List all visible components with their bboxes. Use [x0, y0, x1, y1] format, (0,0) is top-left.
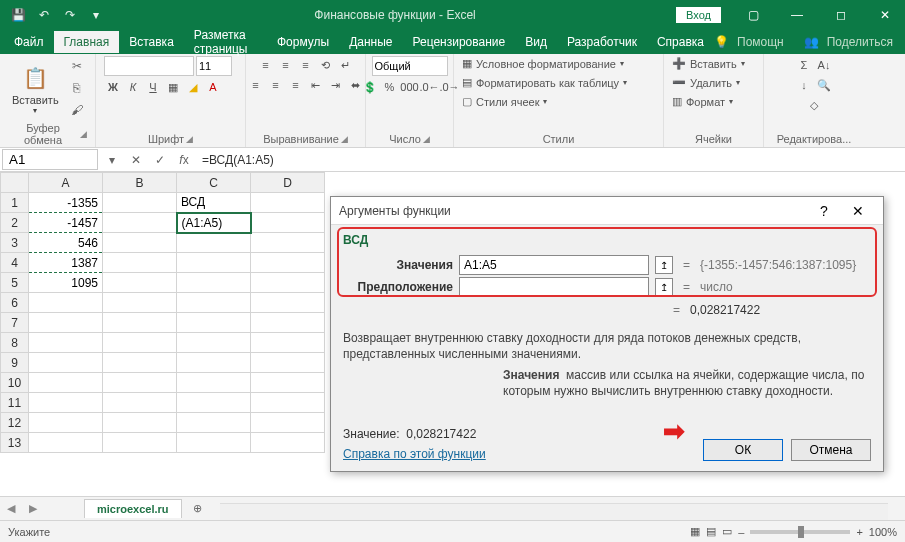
qat-dropdown-icon[interactable]: ▾ — [84, 3, 108, 27]
font-launcher-icon[interactable]: ◢ — [186, 134, 193, 144]
cell[interactable] — [251, 193, 325, 213]
arg2-input[interactable] — [459, 277, 649, 297]
zoom-level[interactable]: 100% — [869, 526, 897, 538]
font-color-button[interactable]: A — [204, 78, 222, 96]
accept-formula-icon[interactable]: ✓ — [148, 149, 172, 171]
cell[interactable] — [251, 413, 325, 433]
cell[interactable] — [177, 233, 251, 253]
cell[interactable] — [103, 253, 177, 273]
autosum-icon[interactable]: Σ — [795, 56, 813, 74]
col-header[interactable]: A — [29, 173, 103, 193]
cell[interactable] — [177, 433, 251, 453]
percent-icon[interactable]: % — [381, 78, 399, 96]
orientation-icon[interactable]: ⟲ — [317, 56, 335, 74]
indent-dec-icon[interactable]: ⇤ — [307, 76, 325, 94]
italic-button[interactable]: К — [124, 78, 142, 96]
minimize-icon[interactable]: — — [777, 0, 817, 30]
format-as-table-button[interactable]: ▤Форматировать как таблицу▾ — [462, 75, 627, 90]
col-header[interactable]: B — [103, 173, 177, 193]
paste-button[interactable]: 📋 Вставить ▾ — [8, 60, 63, 117]
cell[interactable] — [177, 373, 251, 393]
bold-button[interactable]: Ж — [104, 78, 122, 96]
login-button[interactable]: Вход — [676, 7, 721, 23]
align-center-icon[interactable]: ≡ — [267, 76, 285, 94]
align-bottom-icon[interactable]: ≡ — [297, 56, 315, 74]
align-launcher-icon[interactable]: ◢ — [341, 134, 348, 144]
delete-cells-button[interactable]: ➖Удалить▾ — [672, 75, 740, 90]
cell[interactable] — [177, 353, 251, 373]
cell[interactable]: 1095 — [29, 273, 103, 293]
namebox-dropdown-icon[interactable]: ▾ — [100, 149, 124, 171]
find-icon[interactable]: 🔍 — [815, 76, 833, 94]
col-header[interactable]: D — [251, 173, 325, 193]
row-header[interactable]: 13 — [1, 433, 29, 453]
cell[interactable] — [29, 293, 103, 313]
border-button[interactable]: ▦ — [164, 78, 182, 96]
cell[interactable] — [103, 333, 177, 353]
select-all-corner[interactable] — [1, 173, 29, 193]
tab-developer[interactable]: Разработчик — [557, 31, 647, 53]
fx-icon[interactable]: fx — [172, 149, 196, 171]
row-header[interactable]: 10 — [1, 373, 29, 393]
function-help-link[interactable]: Справка по этой функции — [343, 447, 486, 461]
cell[interactable] — [251, 393, 325, 413]
row-header[interactable]: 8 — [1, 333, 29, 353]
row-header[interactable]: 2 — [1, 213, 29, 233]
cell[interactable] — [103, 393, 177, 413]
row-header[interactable]: 6 — [1, 293, 29, 313]
sheet-nav-prev-icon[interactable]: ◀ — [2, 500, 20, 518]
font-name-select[interactable] — [104, 56, 194, 76]
cell[interactable] — [29, 313, 103, 333]
cell[interactable] — [103, 433, 177, 453]
cell[interactable] — [29, 353, 103, 373]
tab-home[interactable]: Главная — [54, 31, 120, 53]
tell-me-icon[interactable]: 💡 — [714, 35, 729, 49]
underline-button[interactable]: Ч — [144, 78, 162, 96]
cell[interactable]: -1355 — [29, 193, 103, 213]
ribbon-options-icon[interactable]: ▢ — [733, 0, 773, 30]
sheet-nav-next-icon[interactable]: ▶ — [24, 500, 42, 518]
row-header[interactable]: 11 — [1, 393, 29, 413]
cell[interactable]: 546 — [29, 233, 103, 253]
tab-view[interactable]: Вид — [515, 31, 557, 53]
insert-cells-button[interactable]: ➕Вставить▾ — [672, 56, 745, 71]
view-break-icon[interactable]: ▭ — [722, 525, 732, 538]
wrap-text-icon[interactable]: ↵ — [337, 56, 355, 74]
cell[interactable] — [251, 313, 325, 333]
clear-icon[interactable]: ◇ — [805, 96, 823, 114]
cell[interactable] — [103, 313, 177, 333]
tab-file[interactable]: Файл — [4, 31, 54, 53]
cell[interactable] — [177, 413, 251, 433]
arg2-range-picker-icon[interactable]: ↥ — [655, 278, 673, 296]
tab-insert[interactable]: Вставка — [119, 31, 184, 53]
number-launcher-icon[interactable]: ◢ — [423, 134, 430, 144]
cell[interactable] — [177, 393, 251, 413]
sheet-tab[interactable]: microexcel.ru — [84, 499, 182, 518]
cell[interactable] — [251, 213, 325, 233]
font-size-select[interactable] — [196, 56, 232, 76]
row-header[interactable]: 1 — [1, 193, 29, 213]
cell[interactable] — [29, 333, 103, 353]
name-box[interactable] — [2, 149, 98, 170]
row-header[interactable]: 12 — [1, 413, 29, 433]
zoom-slider[interactable] — [750, 530, 850, 534]
share-label[interactable]: Поделиться — [827, 35, 893, 49]
close-icon[interactable]: ✕ — [865, 0, 905, 30]
tab-formulas[interactable]: Формулы — [267, 31, 339, 53]
row-header[interactable]: 5 — [1, 273, 29, 293]
cell[interactable] — [29, 413, 103, 433]
save-icon[interactable]: 💾 — [6, 3, 30, 27]
format-painter-icon[interactable]: 🖌 — [67, 100, 87, 120]
tell-me-label[interactable]: Помощн — [737, 35, 784, 49]
cell[interactable] — [177, 293, 251, 313]
align-left-icon[interactable]: ≡ — [247, 76, 265, 94]
cell[interactable] — [103, 273, 177, 293]
cut-icon[interactable]: ✂ — [67, 56, 87, 76]
worksheet-grid[interactable]: A B C D 1-1355ВСД 2-1457(A1:A5) 3546 413… — [0, 172, 325, 453]
cell[interactable]: 1387 — [29, 253, 103, 273]
cell[interactable] — [251, 273, 325, 293]
cell[interactable]: (A1:A5) — [177, 213, 251, 233]
formula-input[interactable]: =ВСД(A1:A5) — [196, 151, 905, 169]
zoom-out-icon[interactable]: – — [738, 526, 744, 538]
align-top-icon[interactable]: ≡ — [257, 56, 275, 74]
